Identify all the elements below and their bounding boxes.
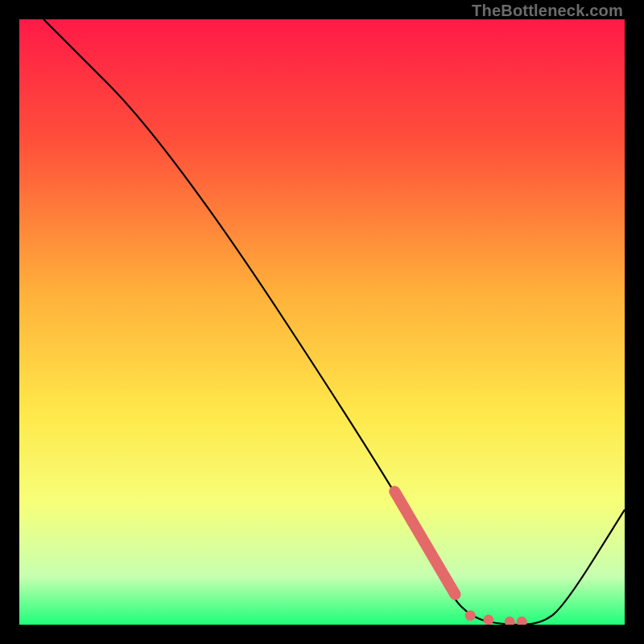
highlight-dot — [483, 614, 493, 625]
highlight-dot — [465, 610, 476, 621]
watermark-text: TheBottleneck.com — [472, 2, 623, 20]
gradient-background — [19, 19, 625, 625]
bottleneck-chart — [19, 19, 625, 625]
chart-frame — [19, 19, 625, 625]
